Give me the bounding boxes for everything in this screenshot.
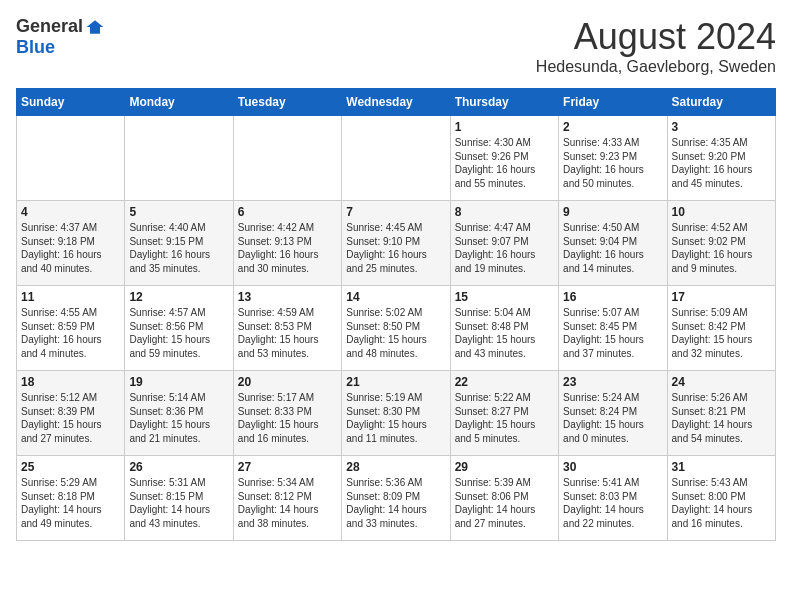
- calendar-cell: 27Sunrise: 5:34 AM Sunset: 8:12 PM Dayli…: [233, 456, 341, 541]
- day-number: 16: [563, 290, 662, 304]
- calendar-cell: 2Sunrise: 4:33 AM Sunset: 9:23 PM Daylig…: [559, 116, 667, 201]
- day-number: 9: [563, 205, 662, 219]
- day-info: Sunrise: 5:07 AM Sunset: 8:45 PM Dayligh…: [563, 306, 662, 360]
- day-info: Sunrise: 4:47 AM Sunset: 9:07 PM Dayligh…: [455, 221, 554, 275]
- day-number: 3: [672, 120, 771, 134]
- week-row-5: 25Sunrise: 5:29 AM Sunset: 8:18 PM Dayli…: [17, 456, 776, 541]
- logo-blue-text: Blue: [16, 37, 55, 57]
- calendar-cell: 13Sunrise: 4:59 AM Sunset: 8:53 PM Dayli…: [233, 286, 341, 371]
- calendar-cell: 12Sunrise: 4:57 AM Sunset: 8:56 PM Dayli…: [125, 286, 233, 371]
- day-info: Sunrise: 5:17 AM Sunset: 8:33 PM Dayligh…: [238, 391, 337, 445]
- calendar-cell: 28Sunrise: 5:36 AM Sunset: 8:09 PM Dayli…: [342, 456, 450, 541]
- page-header: General Blue August 2024 Hedesunda, Gaev…: [16, 16, 776, 76]
- day-info: Sunrise: 4:30 AM Sunset: 9:26 PM Dayligh…: [455, 136, 554, 190]
- day-info: Sunrise: 5:09 AM Sunset: 8:42 PM Dayligh…: [672, 306, 771, 360]
- header-wednesday: Wednesday: [342, 89, 450, 116]
- day-number: 30: [563, 460, 662, 474]
- day-info: Sunrise: 5:34 AM Sunset: 8:12 PM Dayligh…: [238, 476, 337, 530]
- day-number: 10: [672, 205, 771, 219]
- day-number: 24: [672, 375, 771, 389]
- day-info: Sunrise: 4:57 AM Sunset: 8:56 PM Dayligh…: [129, 306, 228, 360]
- calendar-cell: 21Sunrise: 5:19 AM Sunset: 8:30 PM Dayli…: [342, 371, 450, 456]
- day-info: Sunrise: 5:19 AM Sunset: 8:30 PM Dayligh…: [346, 391, 445, 445]
- calendar-cell: [342, 116, 450, 201]
- day-number: 20: [238, 375, 337, 389]
- day-number: 8: [455, 205, 554, 219]
- day-info: Sunrise: 5:02 AM Sunset: 8:50 PM Dayligh…: [346, 306, 445, 360]
- calendar-cell: 17Sunrise: 5:09 AM Sunset: 8:42 PM Dayli…: [667, 286, 775, 371]
- day-info: Sunrise: 5:14 AM Sunset: 8:36 PM Dayligh…: [129, 391, 228, 445]
- day-number: 22: [455, 375, 554, 389]
- calendar-cell: 1Sunrise: 4:30 AM Sunset: 9:26 PM Daylig…: [450, 116, 558, 201]
- day-info: Sunrise: 5:26 AM Sunset: 8:21 PM Dayligh…: [672, 391, 771, 445]
- day-number: 17: [672, 290, 771, 304]
- calendar-cell: 19Sunrise: 5:14 AM Sunset: 8:36 PM Dayli…: [125, 371, 233, 456]
- day-number: 31: [672, 460, 771, 474]
- day-info: Sunrise: 4:55 AM Sunset: 8:59 PM Dayligh…: [21, 306, 120, 360]
- day-info: Sunrise: 5:41 AM Sunset: 8:03 PM Dayligh…: [563, 476, 662, 530]
- day-info: Sunrise: 5:22 AM Sunset: 8:27 PM Dayligh…: [455, 391, 554, 445]
- calendar-cell: [233, 116, 341, 201]
- day-number: 1: [455, 120, 554, 134]
- month-year-title: August 2024: [536, 16, 776, 58]
- header-friday: Friday: [559, 89, 667, 116]
- day-info: Sunrise: 5:39 AM Sunset: 8:06 PM Dayligh…: [455, 476, 554, 530]
- calendar-cell: 11Sunrise: 4:55 AM Sunset: 8:59 PM Dayli…: [17, 286, 125, 371]
- calendar-cell: 18Sunrise: 5:12 AM Sunset: 8:39 PM Dayli…: [17, 371, 125, 456]
- calendar-cell: [17, 116, 125, 201]
- location-subtitle: Hedesunda, Gaevleborg, Sweden: [536, 58, 776, 76]
- calendar-cell: 7Sunrise: 4:45 AM Sunset: 9:10 PM Daylig…: [342, 201, 450, 286]
- calendar-cell: 20Sunrise: 5:17 AM Sunset: 8:33 PM Dayli…: [233, 371, 341, 456]
- day-info: Sunrise: 4:33 AM Sunset: 9:23 PM Dayligh…: [563, 136, 662, 190]
- header-sunday: Sunday: [17, 89, 125, 116]
- day-number: 13: [238, 290, 337, 304]
- header-tuesday: Tuesday: [233, 89, 341, 116]
- day-number: 6: [238, 205, 337, 219]
- day-info: Sunrise: 4:52 AM Sunset: 9:02 PM Dayligh…: [672, 221, 771, 275]
- day-info: Sunrise: 4:35 AM Sunset: 9:20 PM Dayligh…: [672, 136, 771, 190]
- day-number: 29: [455, 460, 554, 474]
- day-number: 12: [129, 290, 228, 304]
- day-info: Sunrise: 5:31 AM Sunset: 8:15 PM Dayligh…: [129, 476, 228, 530]
- calendar-cell: 8Sunrise: 4:47 AM Sunset: 9:07 PM Daylig…: [450, 201, 558, 286]
- calendar-cell: 14Sunrise: 5:02 AM Sunset: 8:50 PM Dayli…: [342, 286, 450, 371]
- day-number: 18: [21, 375, 120, 389]
- day-number: 28: [346, 460, 445, 474]
- day-number: 15: [455, 290, 554, 304]
- calendar-cell: 9Sunrise: 4:50 AM Sunset: 9:04 PM Daylig…: [559, 201, 667, 286]
- day-number: 23: [563, 375, 662, 389]
- day-info: Sunrise: 5:29 AM Sunset: 8:18 PM Dayligh…: [21, 476, 120, 530]
- day-number: 11: [21, 290, 120, 304]
- calendar-cell: 16Sunrise: 5:07 AM Sunset: 8:45 PM Dayli…: [559, 286, 667, 371]
- day-info: Sunrise: 4:45 AM Sunset: 9:10 PM Dayligh…: [346, 221, 445, 275]
- title-section: August 2024 Hedesunda, Gaevleborg, Swede…: [536, 16, 776, 76]
- week-row-3: 11Sunrise: 4:55 AM Sunset: 8:59 PM Dayli…: [17, 286, 776, 371]
- calendar-cell: 29Sunrise: 5:39 AM Sunset: 8:06 PM Dayli…: [450, 456, 558, 541]
- day-number: 19: [129, 375, 228, 389]
- svg-marker-0: [87, 20, 104, 33]
- day-info: Sunrise: 5:43 AM Sunset: 8:00 PM Dayligh…: [672, 476, 771, 530]
- week-row-4: 18Sunrise: 5:12 AM Sunset: 8:39 PM Dayli…: [17, 371, 776, 456]
- calendar-cell: 26Sunrise: 5:31 AM Sunset: 8:15 PM Dayli…: [125, 456, 233, 541]
- logo-icon: [85, 17, 105, 37]
- day-number: 14: [346, 290, 445, 304]
- day-info: Sunrise: 4:50 AM Sunset: 9:04 PM Dayligh…: [563, 221, 662, 275]
- header-saturday: Saturday: [667, 89, 775, 116]
- week-row-2: 4Sunrise: 4:37 AM Sunset: 9:18 PM Daylig…: [17, 201, 776, 286]
- day-info: Sunrise: 4:59 AM Sunset: 8:53 PM Dayligh…: [238, 306, 337, 360]
- calendar-header-row: SundayMondayTuesdayWednesdayThursdayFrid…: [17, 89, 776, 116]
- calendar-cell: 3Sunrise: 4:35 AM Sunset: 9:20 PM Daylig…: [667, 116, 775, 201]
- day-info: Sunrise: 4:42 AM Sunset: 9:13 PM Dayligh…: [238, 221, 337, 275]
- calendar-cell: 6Sunrise: 4:42 AM Sunset: 9:13 PM Daylig…: [233, 201, 341, 286]
- calendar-cell: 10Sunrise: 4:52 AM Sunset: 9:02 PM Dayli…: [667, 201, 775, 286]
- day-info: Sunrise: 5:36 AM Sunset: 8:09 PM Dayligh…: [346, 476, 445, 530]
- day-number: 5: [129, 205, 228, 219]
- calendar-cell: 30Sunrise: 5:41 AM Sunset: 8:03 PM Dayli…: [559, 456, 667, 541]
- week-row-1: 1Sunrise: 4:30 AM Sunset: 9:26 PM Daylig…: [17, 116, 776, 201]
- day-number: 2: [563, 120, 662, 134]
- calendar-cell: 5Sunrise: 4:40 AM Sunset: 9:15 PM Daylig…: [125, 201, 233, 286]
- day-number: 21: [346, 375, 445, 389]
- day-number: 7: [346, 205, 445, 219]
- day-number: 26: [129, 460, 228, 474]
- day-info: Sunrise: 4:37 AM Sunset: 9:18 PM Dayligh…: [21, 221, 120, 275]
